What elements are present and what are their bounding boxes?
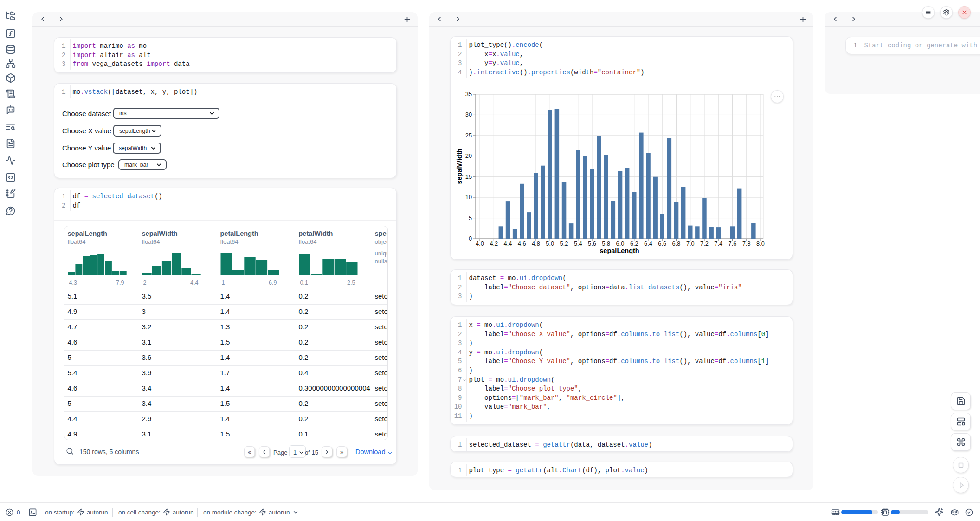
svg-text:5.0: 5.0 xyxy=(546,240,554,247)
svg-text:15: 15 xyxy=(465,173,472,180)
svg-text:6.2: 6.2 xyxy=(630,240,638,247)
svg-text:4.0: 4.0 xyxy=(476,240,484,247)
svg-text:6.0: 6.0 xyxy=(616,240,625,247)
svg-text:35: 35 xyxy=(465,91,472,98)
svg-text:6.4: 6.4 xyxy=(644,240,652,247)
svg-text:7.0: 7.0 xyxy=(686,240,695,247)
svg-text:0: 0 xyxy=(469,235,472,242)
svg-text:5.6: 5.6 xyxy=(588,240,596,247)
svg-text:7.2: 7.2 xyxy=(700,240,709,247)
svg-text:7.4: 7.4 xyxy=(714,240,722,247)
svg-text:8.0: 8.0 xyxy=(756,240,765,247)
svg-text:25: 25 xyxy=(465,132,472,139)
svg-text:5: 5 xyxy=(469,215,472,221)
svg-text:sepalWidth: sepalWidth xyxy=(456,148,463,184)
svg-text:10: 10 xyxy=(465,194,472,201)
svg-text:7.6: 7.6 xyxy=(729,240,737,247)
svg-text:5.8: 5.8 xyxy=(602,240,610,247)
svg-text:4.4: 4.4 xyxy=(504,240,512,247)
svg-text:4.8: 4.8 xyxy=(532,240,540,247)
svg-text:20: 20 xyxy=(465,152,472,159)
svg-text:6.8: 6.8 xyxy=(672,240,681,247)
svg-text:4.2: 4.2 xyxy=(490,240,498,247)
svg-text:30: 30 xyxy=(465,111,472,118)
svg-text:sepalLength: sepalLength xyxy=(600,247,639,254)
svg-text:6.6: 6.6 xyxy=(658,240,666,247)
svg-text:5.2: 5.2 xyxy=(560,240,568,247)
svg-text:7.8: 7.8 xyxy=(742,240,751,247)
svg-text:5.4: 5.4 xyxy=(574,240,582,247)
svg-text:4.6: 4.6 xyxy=(518,240,526,247)
